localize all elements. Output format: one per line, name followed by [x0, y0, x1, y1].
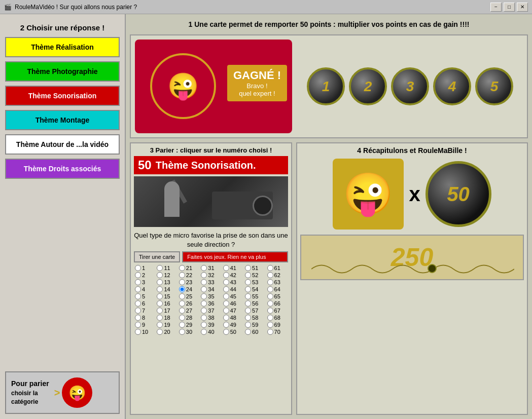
app-title: RouleMaVidéo ! Sur quoi allons nous pari…	[15, 4, 137, 11]
grid-cell[interactable]: 12	[156, 272, 178, 279]
grid-cell[interactable]: 31	[200, 264, 222, 272]
grid-cell[interactable]: 46	[222, 300, 244, 307]
mic-shape	[164, 181, 180, 217]
grid-cell[interactable]: 53	[244, 279, 266, 286]
grid-cell[interactable]: 47	[222, 307, 244, 314]
title-bar: 🎬 RouleMaVidéo ! Sur quoi allons nous pa…	[0, 0, 532, 14]
theme-photographie-button[interactable]: Thème Photographie	[5, 61, 120, 82]
grid-cell[interactable]: 9	[134, 321, 156, 328]
grid-cell[interactable]: 62	[266, 272, 288, 279]
grid-cell[interactable]: 65	[266, 293, 288, 300]
grid-cell[interactable]: 63	[266, 279, 288, 286]
num-circle-4[interactable]: 4	[433, 67, 471, 105]
grid-cell[interactable]: 16	[156, 300, 178, 307]
title-bar-left: 🎬 RouleMaVidéo ! Sur quoi allons nous pa…	[4, 4, 137, 11]
grid-cell[interactable]: 44	[222, 286, 244, 293]
theme-droits-button[interactable]: Thème Droits associés	[5, 159, 120, 179]
tirer-carte-button[interactable]: Tirer une carte	[134, 251, 180, 262]
theme-realisation-button[interactable]: Thème Réalisation	[5, 37, 120, 57]
grid-cell[interactable]: 68	[266, 314, 288, 321]
grid-cell[interactable]: 59	[244, 321, 266, 328]
grid-cell[interactable]: 19	[156, 321, 178, 328]
grid-cell[interactable]: 29	[178, 321, 200, 328]
grid-cell[interactable]: 40	[200, 328, 222, 335]
grid-cell[interactable]: 45	[222, 293, 244, 300]
grid-cell[interactable]: 4	[134, 286, 156, 293]
grid-cell[interactable]: 35	[200, 293, 222, 300]
grid-cell[interactable]: 70	[266, 328, 288, 335]
grid-cell[interactable]: 3	[134, 279, 156, 286]
close-button[interactable]: ✕	[517, 3, 528, 12]
theme-sonorisation-button[interactable]: Thème Sonorisation	[5, 86, 120, 106]
grid-cell[interactable]: 25	[178, 293, 200, 300]
grid-cell[interactable]: 61	[266, 264, 288, 272]
grid-cell[interactable]: 7	[134, 307, 156, 314]
score-circle: 50	[425, 161, 491, 227]
grid-cell[interactable]: 33	[200, 279, 222, 286]
grid-cell[interactable]: 52	[244, 272, 266, 279]
grid-cell[interactable]: 37	[200, 307, 222, 314]
grid-cell[interactable]: 42	[222, 272, 244, 279]
grid-cell[interactable]: 39	[200, 321, 222, 328]
wave-svg	[311, 259, 514, 274]
grid-cell[interactable]: 8	[134, 314, 156, 321]
grid-cell[interactable]: 56	[244, 300, 266, 307]
theme-autour-button[interactable]: Thème Autour de ...la vidéo	[5, 134, 120, 155]
minimize-button[interactable]: −	[490, 3, 502, 12]
grid-cell[interactable]: 2	[134, 272, 156, 279]
grid-cell[interactable]: 13	[156, 279, 178, 286]
num-circle-1[interactable]: 1	[307, 67, 345, 105]
grid-cell[interactable]: 23	[178, 279, 200, 286]
grid-cell[interactable]: 43	[222, 279, 244, 286]
num-circle-3[interactable]: 3	[391, 67, 429, 105]
grid-cell[interactable]: 26	[178, 300, 200, 307]
grid-cell[interactable]: 48	[222, 314, 244, 321]
grid-cell[interactable]: 6	[134, 300, 156, 307]
grid-cell[interactable]: 58	[244, 314, 266, 321]
gagne-sub1: Bravo !	[233, 82, 281, 90]
num-circle-5[interactable]: 5	[475, 67, 513, 105]
theme-montage-button[interactable]: Thème Montage	[5, 110, 120, 130]
num-circle-2[interactable]: 2	[349, 67, 387, 105]
grid-cell[interactable]: 21	[178, 264, 200, 272]
grid-cell[interactable]: 1	[134, 264, 156, 272]
grid-cell[interactable]: 27	[178, 307, 200, 314]
grid-cell[interactable]: 24	[178, 286, 200, 293]
grid-cell[interactable]: 67	[266, 307, 288, 314]
grid-cell[interactable]: 11	[156, 264, 178, 272]
grid-cell[interactable]: 20	[156, 328, 178, 335]
bottom-section: 3 Parier : cliquer sur le numéro choisi …	[130, 142, 528, 415]
grid-cell[interactable]: 69	[266, 321, 288, 328]
grid-cell[interactable]: 10	[134, 328, 156, 335]
grid-cell[interactable]: 66	[266, 300, 288, 307]
gagne-text-box: GAGNÉ ! Bravo ! quel expert !	[227, 65, 287, 101]
grid-cell[interactable]: 14	[156, 286, 178, 293]
recap-label: 4 Récapitulons et RouleMaBille !	[300, 146, 524, 155]
content-area: 1 Une carte permet de remporter 50 point…	[126, 14, 532, 419]
theme-image	[134, 176, 288, 227]
grid-cell[interactable]: 38	[200, 314, 222, 321]
grid-cell[interactable]: 28	[178, 314, 200, 321]
grid-cell[interactable]: 57	[244, 307, 266, 314]
maximize-button[interactable]: □	[504, 3, 515, 12]
grid-cell[interactable]: 15	[156, 293, 178, 300]
grid-cell[interactable]: 18	[156, 314, 178, 321]
grid-cell[interactable]: 32	[200, 272, 222, 279]
sidebar-emoji: 😜	[62, 377, 92, 408]
grid-cell[interactable]: 64	[266, 286, 288, 293]
grid-cell[interactable]: 41	[222, 264, 244, 272]
grid-cell[interactable]: 60	[244, 328, 266, 335]
grid-cell[interactable]: 30	[178, 328, 200, 335]
camera-visual	[134, 176, 288, 227]
parier-label: 3 Parier : cliquer sur le numéro choisi …	[134, 146, 288, 154]
grid-cell[interactable]: 50	[222, 328, 244, 335]
grid-cell[interactable]: 17	[156, 307, 178, 314]
grid-cell[interactable]: 49	[222, 321, 244, 328]
grid-cell[interactable]: 55	[244, 293, 266, 300]
grid-cell[interactable]: 36	[200, 300, 222, 307]
grid-cell[interactable]: 54	[244, 286, 266, 293]
grid-cell[interactable]: 51	[244, 264, 266, 272]
grid-cell[interactable]: 34	[200, 286, 222, 293]
grid-cell[interactable]: 22	[178, 272, 200, 279]
grid-cell[interactable]: 5	[134, 293, 156, 300]
